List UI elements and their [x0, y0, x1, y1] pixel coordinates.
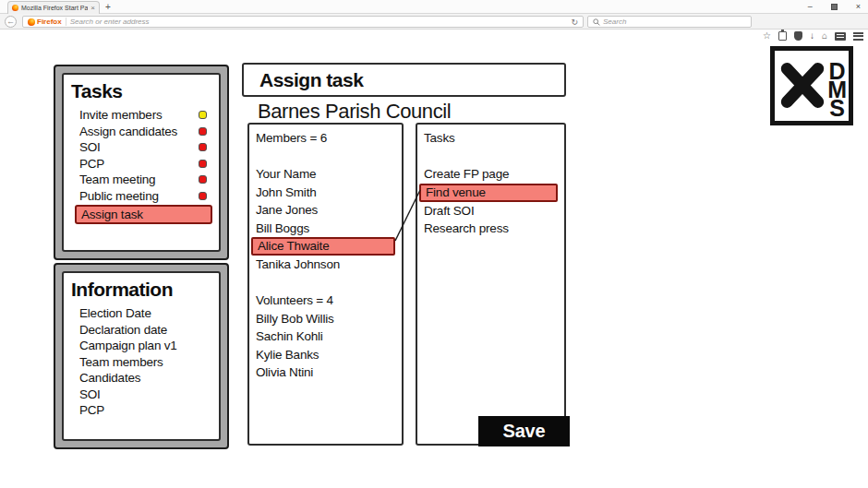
- search-placeholder: Search: [603, 18, 626, 26]
- task-row-selected[interactable]: Find venue: [419, 184, 558, 202]
- dms-logo: D M S: [770, 46, 853, 125]
- sidebar-item-label: SOI: [79, 140, 199, 154]
- tab-title: Mozilla Firefox Start Page: [21, 5, 88, 11]
- sidebar-item-campaign-plan[interactable]: Campaign plan v1: [71, 338, 213, 354]
- search-icon: [593, 18, 600, 26]
- spacer: [256, 274, 397, 292]
- volunteer-row[interactable]: Billy Bob Willis: [256, 310, 397, 328]
- logo-letters: D M S: [827, 62, 847, 117]
- sidebar-item-label: Invite members: [79, 108, 199, 122]
- sidebar-item-election-date[interactable]: Election Date: [71, 305, 213, 322]
- spacer: [256, 148, 397, 166]
- volunteers-count: Volunteers = 4: [256, 292, 397, 310]
- information-sidebar: Information Election Date Declaration da…: [62, 271, 221, 441]
- spacer: [424, 148, 560, 166]
- task-row[interactable]: Research press: [424, 220, 560, 238]
- panels-icon[interactable]: [835, 32, 846, 41]
- sidebar-item-declaration-date[interactable]: Declaration date: [71, 322, 213, 339]
- sidebar-item-public-meeting[interactable]: Public meeting: [71, 188, 213, 205]
- pocket-shield-icon[interactable]: [794, 31, 802, 41]
- bookmarks-clipboard-icon[interactable]: [778, 31, 787, 41]
- firefox-favicon-icon: [12, 5, 18, 11]
- status-dot: [199, 160, 207, 168]
- sidebar-item-team-meeting[interactable]: Team meeting: [71, 172, 213, 188]
- minimize-button[interactable]: –: [808, 1, 813, 12]
- task-row[interactable]: Create FP page: [424, 165, 560, 184]
- status-dot: [199, 175, 207, 184]
- back-button[interactable]: ←: [5, 16, 17, 28]
- firefox-brand: Firefox: [28, 18, 62, 26]
- sidebar-item-label: Assign candidates: [79, 125, 199, 138]
- information-sidebar-frame: Information Election Date Declaration da…: [54, 263, 229, 449]
- sidebar-item-pcp[interactable]: PCP: [71, 156, 213, 173]
- sidebar-item-label: PCP: [79, 157, 199, 171]
- task-list-title: Tasks: [424, 129, 560, 148]
- firefox-icon: [28, 18, 35, 26]
- close-window-button[interactable]: ×: [856, 1, 861, 12]
- firefox-brand-label: Firefox: [37, 18, 62, 26]
- task-assignment-list: Tasks Create FP page Find venue Draft SO…: [416, 123, 566, 446]
- council-title: Barnes Parish Council: [258, 100, 451, 124]
- tasks-sidebar: Tasks Invite members Assign candidates S…: [62, 73, 221, 252]
- sidebar-item-label: Team meeting: [79, 173, 199, 186]
- sidebar-item-label: Public meeting: [79, 189, 199, 203]
- url-divider: [66, 18, 66, 26]
- home-icon[interactable]: ⌂: [822, 30, 827, 42]
- save-button[interactable]: Save: [478, 416, 570, 446]
- sidebar-item-assign-candidates[interactable]: Assign candidates: [71, 124, 213, 140]
- volunteer-row[interactable]: Olivia Ntini: [256, 363, 397, 382]
- navigation-bar: ← Firefox Search or enter address ↻ Sear…: [0, 14, 868, 30]
- reload-icon[interactable]: ↻: [571, 18, 578, 27]
- members-list: Members = 6 Your Name John Smith Jane Jo…: [247, 123, 404, 446]
- volunteer-row[interactable]: Kylie Banks: [256, 346, 397, 364]
- bookmark-star-icon[interactable]: ☆: [763, 30, 771, 42]
- page-title: Assign task: [242, 63, 566, 97]
- sidebar-item-candidates[interactable]: Candidates: [71, 370, 213, 387]
- sidebar-item-invite-members[interactable]: Invite members: [71, 107, 213, 124]
- information-panel-title: Information: [71, 279, 213, 301]
- url-placeholder: Search or enter address: [70, 18, 150, 26]
- member-row[interactable]: John Smith: [256, 184, 397, 202]
- member-row-selected[interactable]: Alice Thwaite: [251, 237, 395, 256]
- sidebar-item-assign-task-selected[interactable]: Assign task: [75, 205, 212, 224]
- logo-letter: S: [827, 99, 847, 117]
- toolbar-icons: ☆ ↓ ⌂: [763, 30, 863, 42]
- new-tab-button[interactable]: +: [105, 2, 111, 12]
- sidebar-item-soi-info[interactable]: SOI: [71, 387, 213, 403]
- sidebar-item-pcp-info[interactable]: PCP: [71, 402, 213, 419]
- status-dot: [199, 192, 207, 200]
- volunteer-row[interactable]: Sachin Kohli: [256, 327, 397, 346]
- status-dot: [199, 127, 207, 136]
- url-bar[interactable]: Firefox Search or enter address ↻: [22, 16, 584, 28]
- downloads-icon[interactable]: ↓: [810, 30, 814, 42]
- tab-strip: Mozilla Firefox Start Page × + – ×: [0, 0, 868, 14]
- tasks-sidebar-frame: Tasks Invite members Assign candidates S…: [54, 65, 229, 260]
- member-row[interactable]: Your Name: [256, 165, 397, 184]
- search-input[interactable]: Search: [587, 16, 752, 28]
- maximize-button[interactable]: [831, 4, 838, 10]
- sidebar-item-team-members[interactable]: Team members: [71, 354, 213, 371]
- sidebar-item-soi[interactable]: SOI: [71, 139, 213, 156]
- tab-close-icon[interactable]: ×: [90, 4, 95, 12]
- member-row[interactable]: Bill Boggs: [256, 220, 397, 238]
- member-row[interactable]: Jane Jones: [256, 201, 397, 220]
- member-row[interactable]: Tanika Johnson: [256, 256, 397, 274]
- task-row[interactable]: Draft SOI: [424, 202, 560, 220]
- tasks-panel-title: Tasks: [71, 80, 213, 102]
- menu-hamburger-icon[interactable]: [853, 32, 863, 41]
- status-dot: [199, 143, 207, 151]
- browser-tab[interactable]: Mozilla Firefox Start Page ×: [7, 1, 100, 14]
- window-controls: – ×: [808, 1, 861, 12]
- status-dot: [199, 111, 207, 119]
- members-count: Members = 6: [256, 129, 397, 148]
